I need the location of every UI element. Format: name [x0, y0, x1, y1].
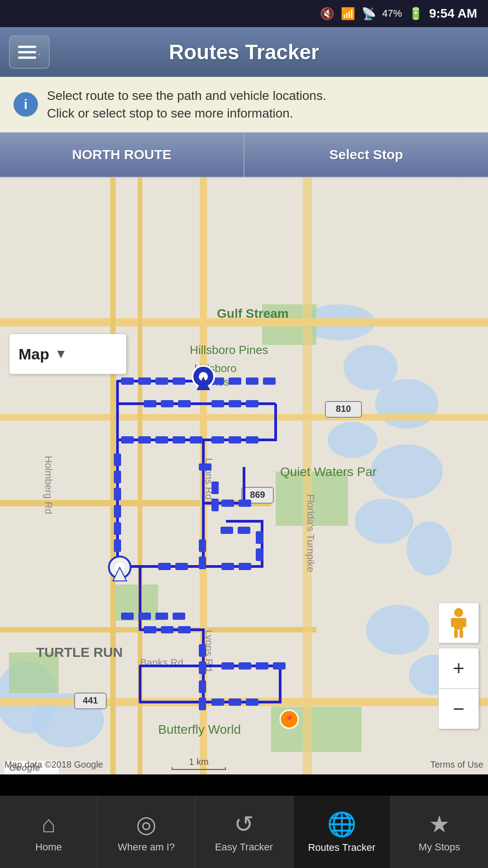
svg-rect-49 — [229, 377, 241, 385]
nav-label-routes-tracker: Routes Tracker — [308, 842, 375, 854]
chevron-down-icon: ▼ — [55, 347, 67, 361]
svg-text:📍: 📍 — [284, 715, 295, 725]
nav-item-easy-tracker[interactable]: ↺ Easy Tracker — [195, 796, 293, 868]
svg-rect-63 — [211, 436, 224, 443]
battery-icon: 🔋 — [408, 7, 423, 21]
menu-button[interactable]: . — [9, 35, 50, 69]
svg-rect-119 — [461, 618, 466, 627]
svg-rect-69 — [114, 505, 121, 518]
svg-rect-77 — [199, 557, 206, 569]
svg-rect-47 — [173, 377, 185, 385]
nav-item-my-stops[interactable]: ★ My Stops — [391, 796, 488, 868]
map-scale: 1 km — [172, 757, 226, 770]
svg-point-7 — [407, 521, 452, 576]
svg-rect-86 — [114, 539, 121, 552]
svg-rect-73 — [211, 499, 219, 511]
route-selector: NORTH ROUTE Select Stop — [0, 132, 488, 178]
svg-point-116 — [454, 608, 463, 617]
svg-text:Florida's Turnpike: Florida's Turnpike — [305, 494, 316, 572]
svg-point-4 — [328, 422, 377, 458]
street-view-button[interactable] — [438, 603, 479, 643]
home-icon: ⌂ — [42, 811, 56, 838]
bottom-navigation: ⌂ Home ◎ Where am I? ↺ Easy Tracker 🌐 Ro… — [0, 796, 488, 868]
svg-rect-82 — [256, 548, 263, 561]
svg-text:869: 869 — [250, 490, 265, 500]
svg-rect-91 — [199, 644, 206, 657]
battery-level: 47% — [382, 8, 402, 19]
info-banner: i Select route to see the path and vehic… — [0, 77, 488, 132]
svg-text:810: 810 — [336, 404, 351, 414]
svg-rect-62 — [190, 436, 202, 443]
info-icon: i — [14, 92, 38, 117]
svg-point-3 — [375, 379, 438, 429]
svg-rect-75 — [239, 500, 251, 507]
svg-rect-58 — [121, 436, 134, 443]
svg-rect-78 — [158, 563, 171, 570]
svg-rect-67 — [114, 471, 121, 483]
location-icon: ◎ — [136, 811, 156, 838]
svg-rect-81 — [239, 563, 251, 570]
svg-rect-97 — [199, 680, 206, 693]
svg-text:Quiet Waters Par: Quiet Waters Par — [280, 465, 377, 479]
nav-item-home[interactable]: ⌂ Home — [0, 796, 98, 868]
nav-item-routes-tracker[interactable]: 🌐 Routes Tracker — [293, 796, 391, 868]
svg-rect-51 — [263, 377, 276, 385]
svg-rect-85 — [238, 527, 250, 534]
svg-rect-74 — [221, 500, 234, 507]
wifi-icon: 📶 — [341, 7, 355, 21]
svg-rect-105 — [173, 613, 185, 620]
svg-rect-120 — [454, 630, 458, 638]
map-terms-link[interactable]: Terms of Use — [430, 760, 483, 770]
svg-rect-84 — [221, 527, 233, 534]
svg-rect-68 — [114, 488, 121, 500]
svg-rect-64 — [229, 436, 241, 443]
nav-item-where-am-i[interactable]: ◎ Where am I? — [98, 796, 195, 868]
north-route-button[interactable]: NORTH ROUTE — [0, 132, 244, 177]
svg-rect-103 — [138, 613, 151, 620]
svg-rect-72 — [211, 481, 219, 494]
app-header: . Routes Tracker — [0, 27, 488, 77]
svg-rect-54 — [178, 400, 191, 407]
info-text: Select route to see the path and vehicle… — [47, 87, 326, 122]
svg-point-5 — [371, 444, 443, 499]
svg-rect-60 — [155, 436, 168, 443]
svg-rect-66 — [114, 453, 121, 466]
svg-rect-92 — [199, 661, 206, 674]
svg-rect-100 — [229, 698, 241, 706]
map-controls: + − — [438, 603, 479, 729]
svg-rect-61 — [173, 436, 185, 443]
svg-rect-96 — [273, 662, 286, 670]
svg-rect-101 — [246, 698, 258, 706]
svg-rect-59 — [138, 436, 151, 443]
signal-icon: 📡 — [361, 7, 376, 21]
svg-rect-94 — [239, 662, 251, 670]
clock: 9:54 AM — [429, 6, 477, 21]
svg-text:Hillsboro Pines: Hillsboro Pines — [190, 343, 268, 357]
svg-rect-76 — [199, 539, 206, 552]
svg-rect-65 — [246, 436, 258, 443]
svg-point-8 — [366, 605, 429, 655]
svg-rect-121 — [460, 630, 463, 638]
svg-rect-46 — [155, 377, 168, 385]
svg-rect-53 — [161, 400, 174, 407]
svg-rect-70 — [114, 522, 121, 535]
refresh-icon: ↺ — [234, 811, 254, 838]
nav-label-my-stops: My Stops — [419, 841, 460, 853]
svg-rect-79 — [175, 563, 188, 570]
svg-text:TURTLE RUN: TURTLE RUN — [36, 645, 123, 660]
nav-label-home: Home — [35, 841, 62, 853]
svg-rect-71 — [199, 463, 211, 471]
zoom-out-button[interactable]: − — [438, 689, 479, 729]
svg-rect-55 — [211, 400, 224, 407]
hamburger-icon — [18, 46, 36, 59]
svg-rect-57 — [246, 400, 258, 407]
map-type-dropdown[interactable]: Map ▼ — [9, 334, 127, 374]
svg-rect-98 — [199, 698, 206, 710]
zoom-in-button[interactable]: + — [438, 648, 479, 689]
page-title: Routes Tracker — [50, 40, 438, 64]
svg-rect-89 — [161, 626, 174, 633]
select-stop-button[interactable]: Select Stop — [244, 132, 488, 177]
globe-icon: 🌐 — [327, 811, 357, 838]
svg-rect-104 — [155, 613, 168, 620]
map-container[interactable]: Lyons Rd Lyons Rd Florida's Turnpike Hol… — [0, 178, 488, 774]
